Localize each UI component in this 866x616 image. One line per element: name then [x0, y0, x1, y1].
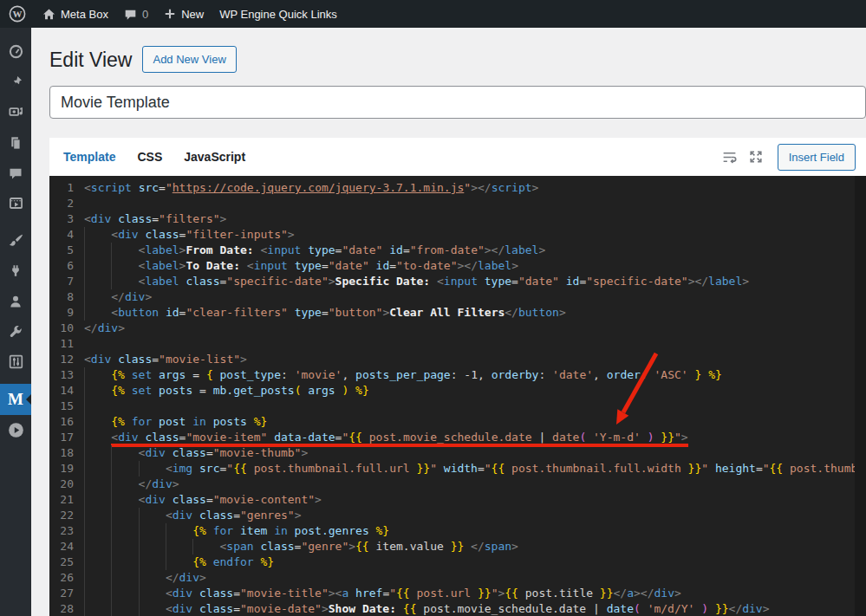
fullscreen-icon[interactable] — [748, 149, 764, 165]
video-icon — [9, 196, 23, 211]
sidebar-item-tools[interactable] — [0, 316, 31, 347]
admin-sidebar: M — [0, 28, 31, 616]
line-number: 15 — [51, 399, 74, 414]
tab-javascript[interactable]: JavaScript — [184, 150, 245, 164]
line-number: 19 — [51, 461, 74, 477]
sidebar-item-comments[interactable] — [0, 158, 31, 188]
line-number: 25 — [51, 554, 74, 570]
sidebar-item-play[interactable] — [0, 415, 31, 445]
sidebar-item-video[interactable] — [0, 188, 31, 218]
code-line[interactable]: 17<div class="movie-item" data-date="{{ … — [51, 430, 866, 445]
svg-text:W: W — [13, 9, 23, 19]
line-number: 1 — [51, 180, 74, 196]
sidebar-item-users[interactable] — [0, 286, 31, 316]
code-line[interactable]: 9<button id="clear-filters" type="button… — [51, 305, 866, 321]
tab-template[interactable]: Template — [63, 150, 115, 164]
code-line[interactable]: 18<div class="movie-thumb"> — [51, 445, 866, 461]
line-number: 16 — [51, 414, 74, 430]
play-circle-icon — [8, 422, 24, 438]
comments-menu-item[interactable]: 0 — [116, 0, 156, 28]
tab-css[interactable]: CSS — [137, 150, 162, 164]
new-menu-item[interactable]: New — [156, 0, 212, 28]
code-line[interactable]: 26</div> — [51, 570, 866, 586]
line-number: 26 — [51, 570, 74, 586]
line-number: 10 — [51, 321, 74, 336]
sidebar-item-media[interactable] — [0, 97, 31, 127]
line-number: 3 — [51, 211, 74, 227]
media-icon — [9, 105, 23, 120]
code-line[interactable]: 5<label>From Date: <input type="date" id… — [51, 243, 866, 258]
line-number: 21 — [51, 492, 74, 508]
code-line[interactable]: 20</div> — [51, 477, 866, 492]
insert-field-button[interactable]: Insert Field — [778, 144, 856, 171]
code-line[interactable]: 13{% set args = { post_type: 'movie', po… — [51, 367, 866, 383]
user-icon — [9, 295, 23, 308]
code-line[interactable]: 3<div class="filters"> — [51, 211, 866, 227]
line-number: 28 — [51, 601, 74, 616]
site-menu-item[interactable]: Meta Box — [35, 0, 116, 28]
pages-icon — [9, 136, 23, 150]
wordpress-logo-icon: W — [9, 5, 26, 23]
paintbrush-icon — [9, 233, 23, 248]
comment-bubble-icon — [9, 166, 23, 180]
sidebar-item-dashboard[interactable] — [0, 36, 31, 67]
code-line[interactable]: 7<label class="specific-date">Specific D… — [51, 274, 866, 289]
line-number: 22 — [51, 508, 74, 523]
comments-count: 0 — [142, 8, 148, 21]
code-line[interactable]: 14{% set posts = mb.get_posts( args ) %} — [51, 383, 866, 399]
sidebar-item-pages[interactable] — [0, 127, 31, 158]
line-number: 24 — [51, 539, 74, 554]
code-line[interactable]: 2 — [51, 196, 866, 211]
line-number: 18 — [51, 445, 74, 461]
editor-panel: Template CSS JavaScript — [49, 138, 866, 616]
plug-icon — [9, 264, 23, 278]
view-title-input[interactable] — [49, 86, 866, 119]
code-line[interactable]: 6<label>To Date: <input type="date" id="… — [51, 258, 866, 274]
code-line[interactable]: 4<div class="filter-inputs"> — [51, 227, 866, 243]
wp-engine-quick-links[interactable]: WP Engine Quick Links — [212, 0, 345, 28]
new-label: New — [181, 8, 204, 21]
code-editor[interactable]: 1<script src="https://code.jquery.com/jq… — [49, 176, 866, 616]
line-number: 13 — [51, 367, 74, 383]
line-number: 23 — [51, 523, 74, 539]
code-line[interactable]: 8</div> — [51, 289, 866, 305]
sidebar-item-settings[interactable] — [0, 347, 31, 377]
add-new-view-button[interactable]: Add New View — [142, 46, 236, 73]
quick-links-label: WP Engine Quick Links — [219, 8, 337, 21]
line-number: 7 — [51, 274, 74, 289]
line-number: 20 — [51, 477, 74, 492]
code-line[interactable]: 23{% for item in post.genres %} — [51, 523, 866, 539]
code-line[interactable]: 10</div> — [51, 321, 866, 336]
code-line[interactable]: 12<div class="movie-list"> — [51, 352, 866, 367]
code-line[interactable]: 27<div class="movie-title"><a href="{{ p… — [51, 586, 866, 601]
line-number: 17 — [51, 430, 74, 445]
code-line[interactable]: 11 — [51, 336, 866, 352]
word-wrap-icon[interactable] — [721, 149, 738, 165]
code-line[interactable]: 21<div class="movie-content"> — [51, 492, 866, 508]
line-number: 8 — [51, 289, 74, 305]
wordpress-menu-button[interactable]: W — [0, 0, 35, 28]
admin-bar: W Meta Box 0 New WP Engine Quick Links — [0, 0, 866, 28]
sidebar-item-posts[interactable] — [0, 67, 31, 97]
code-line[interactable]: 16{% for post in posts %} — [51, 414, 866, 430]
wrench-icon — [9, 325, 23, 339]
code-line[interactable]: 19<img src="{{ post.thumbnail.full.url }… — [51, 461, 866, 477]
site-name: Meta Box — [61, 8, 108, 21]
sliders-icon — [9, 354, 23, 369]
pushpin-icon — [9, 75, 23, 89]
metabox-logo: M — [8, 390, 23, 409]
editor-tabbar: Template CSS JavaScript — [49, 138, 866, 176]
line-number: 12 — [51, 352, 74, 367]
code-line[interactable]: 22<div class="genres"> — [51, 508, 866, 523]
editor-scrollbar[interactable] — [855, 176, 866, 616]
sidebar-item-plugins[interactable] — [0, 256, 31, 286]
line-number: 4 — [51, 227, 74, 243]
code-line[interactable]: 1<script src="https://code.jquery.com/jq… — [51, 180, 866, 196]
sidebar-item-meta-box[interactable]: M — [0, 384, 31, 415]
code-line[interactable]: 15 — [51, 399, 866, 414]
code-line[interactable]: 24<span class="genre">{{ item.value }} <… — [51, 539, 866, 554]
sidebar-item-appearance[interactable] — [0, 225, 31, 256]
comments-icon — [124, 8, 137, 21]
code-line[interactable]: 25{% endfor %} — [51, 554, 866, 570]
code-line[interactable]: 28<div class="movie-date">Show Date: {{ … — [51, 601, 866, 616]
